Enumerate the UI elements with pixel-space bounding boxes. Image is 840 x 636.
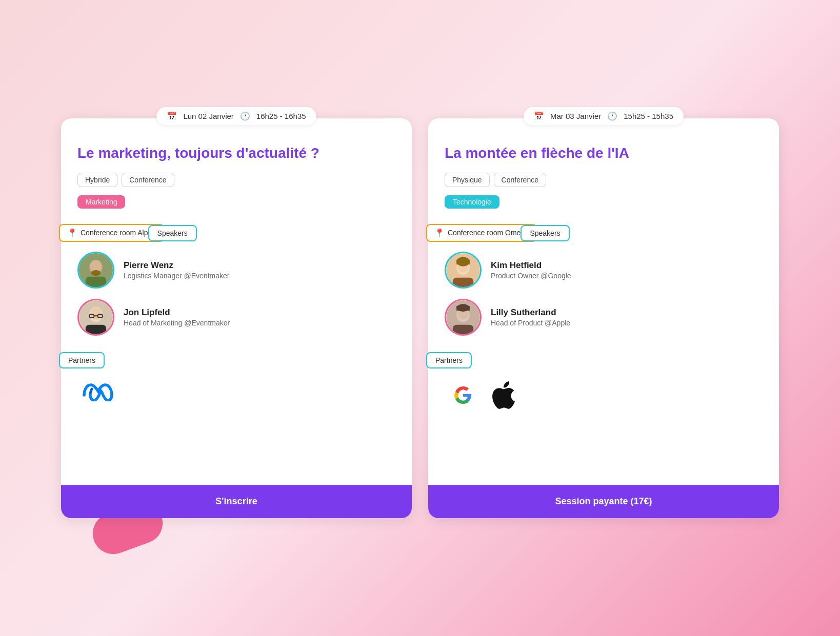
date-right: Mar 03 Janvier <box>550 112 601 120</box>
avatar-svg-jon <box>79 299 113 336</box>
speakers-badge-right: Speakers <box>521 225 569 241</box>
speaker-lilly: Lilly Sutherland Head of Product @Apple <box>445 299 763 336</box>
location-text-left: Conference room Alpha <box>81 229 156 237</box>
meta-logo <box>82 381 118 401</box>
avatar-lilly <box>445 299 482 336</box>
svg-rect-15 <box>453 278 473 288</box>
partners-label-left: Partners <box>68 356 95 364</box>
speakers-list-right: Kim Hetfield Product Owner @Google <box>445 252 763 336</box>
tag-technologie: Technologie <box>445 195 499 209</box>
svg-rect-23 <box>456 306 470 311</box>
speaker-role-kim: Product Owner @Google <box>491 272 571 280</box>
date-left: Lun 02 Janvier <box>183 112 233 120</box>
speaker-name-kim: Kim Hetfield <box>491 260 571 271</box>
card-right-wrapper: 📅 Mar 03 Janvier 🕐 15h25 - 15h35 La mont… <box>428 118 779 518</box>
google-logo <box>449 381 477 409</box>
tag-marketing: Marketing <box>77 195 125 209</box>
speaker-kim: Kim Hetfield Product Owner @Google <box>445 252 763 289</box>
avatar-svg-pierre <box>79 252 113 289</box>
tags-right: Physique Conference Technologie <box>445 173 763 209</box>
tag-physique: Physique <box>445 173 490 187</box>
svg-point-4 <box>91 270 101 276</box>
calendar-icon-right: 📅 <box>534 111 544 121</box>
calendar-icon-left: 📅 <box>167 111 177 121</box>
time-left: 16h25 - 16h35 <box>256 112 306 120</box>
card-title-left: Le marketing, toujours d'actualité ? <box>77 144 395 162</box>
avatar-placeholder-jon <box>79 300 113 334</box>
svg-rect-21 <box>453 325 473 335</box>
speaker-name-pierre: Pierre Wenz <box>124 260 229 271</box>
speakers-badge-left: Speakers <box>148 225 197 241</box>
cta-button-left[interactable]: S'inscrire <box>61 485 412 518</box>
date-badge-left: 📅 Lun 02 Janvier 🕐 16h25 - 16h35 <box>156 107 316 125</box>
speakers-label-right: Speakers <box>530 229 560 237</box>
tag-conference-right: Conference <box>494 173 546 187</box>
avatar-jon <box>77 299 114 336</box>
partners-section-left: Partners <box>77 352 395 401</box>
partners-logos-right <box>445 381 763 409</box>
avatar-placeholder-lilly <box>446 300 480 334</box>
card-left: Le marketing, toujours d'actualité ? Hyb… <box>61 118 412 518</box>
partners-section-right: Partners <box>445 352 763 409</box>
speaker-info-lilly: Lilly Sutherland Head of Product @Apple <box>491 307 570 327</box>
location-icon-right: 📍 <box>434 228 445 238</box>
apple-logo <box>490 381 515 409</box>
avatar-placeholder-pierre <box>79 253 113 287</box>
time-right: 15h25 - 15h35 <box>624 112 673 120</box>
avatar-svg-lilly <box>446 299 480 336</box>
location-text-right: Conference room Omega <box>448 229 529 237</box>
svg-rect-17 <box>456 260 470 264</box>
svg-rect-8 <box>86 325 106 335</box>
avatar-pierre <box>77 252 114 289</box>
svg-rect-3 <box>86 277 106 287</box>
clock-icon-right: 🕐 <box>607 111 617 121</box>
speaker-pierre: Pierre Wenz Logistics Manager @Eventmake… <box>77 252 395 289</box>
date-badge-right: 📅 Mar 03 Janvier 🕐 15h25 - 15h35 <box>524 107 684 125</box>
speaker-role-jon: Head of Marketing @Eventmaker <box>124 319 230 327</box>
partners-logos-left <box>77 381 395 401</box>
page-wrapper: 📅 Lun 02 Janvier 🕐 16h25 - 16h35 Le mark… <box>61 118 779 518</box>
speakers-list-left: Pierre Wenz Logistics Manager @Eventmake… <box>77 252 395 336</box>
avatar-kim <box>445 252 482 289</box>
card-right: La montée en flèche de l'IA Physique Con… <box>428 118 779 518</box>
tags-left: Hybride Conference Marketing <box>77 173 395 209</box>
avatar-svg-kim <box>446 252 480 289</box>
partners-badge-left: Partners <box>59 352 105 368</box>
speakers-label-left: Speakers <box>157 229 188 237</box>
speaker-jon: Jon Lipfeld Head of Marketing @Eventmake… <box>77 299 395 336</box>
card-title-right: La montée en flèche de l'IA <box>445 144 763 162</box>
speaker-name-lilly: Lilly Sutherland <box>491 307 570 318</box>
speaker-info-jon: Jon Lipfeld Head of Marketing @Eventmake… <box>124 307 230 327</box>
speaker-role-pierre: Logistics Manager @Eventmaker <box>124 272 229 280</box>
cta-button-right[interactable]: Session payante (17€) <box>428 485 779 518</box>
card-left-wrapper: 📅 Lun 02 Janvier 🕐 16h25 - 16h35 Le mark… <box>61 118 412 518</box>
speaker-info-kim: Kim Hetfield Product Owner @Google <box>491 260 571 280</box>
partners-badge-right: Partners <box>426 352 472 368</box>
speaker-info-pierre: Pierre Wenz Logistics Manager @Eventmake… <box>124 260 229 280</box>
clock-icon-left: 🕐 <box>240 111 250 121</box>
avatar-placeholder-kim <box>446 253 480 287</box>
speaker-name-jon: Jon Lipfeld <box>124 307 230 318</box>
speaker-role-lilly: Head of Product @Apple <box>491 319 570 327</box>
tag-hybride: Hybride <box>77 173 117 187</box>
location-icon-left: 📍 <box>67 228 77 238</box>
partners-label-right: Partners <box>435 356 463 364</box>
tag-conference-left: Conference <box>122 173 174 187</box>
